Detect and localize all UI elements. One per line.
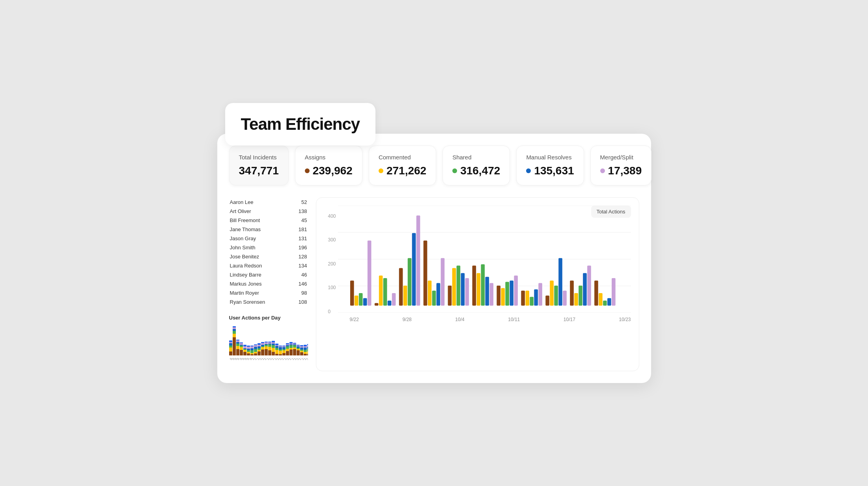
user-row-1: Art Oliver138 (230, 207, 307, 215)
content-area: Aaron Lee52Art Oliver138Bill Freemont45J… (229, 197, 639, 371)
mini-bar-segment (282, 350, 286, 353)
user-row-0: Aaron Lee52 (230, 198, 307, 206)
user-row-5: John Smith196 (230, 243, 307, 252)
y-label-3: 100 (328, 285, 336, 290)
chart-bar (472, 265, 476, 305)
mini-bar-segment (233, 337, 236, 355)
main-card: Total Incidents347,771Assigns239,962Comm… (217, 134, 651, 383)
mini-bar-segment (289, 350, 293, 355)
chart-bar (594, 280, 598, 305)
chart-bar (570, 280, 574, 305)
chart-bar (358, 293, 362, 306)
chart-bar (412, 233, 416, 306)
user-row-8: Lindsey Barre46 (230, 271, 307, 279)
mini-bar-group-17 (289, 342, 293, 355)
mini-bar-segment (254, 349, 257, 352)
mini-bar-segment (229, 348, 232, 351)
stat-label-1: Assigns (305, 154, 353, 161)
mini-bar-segment (258, 351, 261, 355)
mini-bar-segment (268, 347, 271, 350)
chart-bar (407, 258, 411, 306)
chart-bar (383, 278, 387, 306)
chart-bar (525, 291, 529, 306)
chart-bar (545, 295, 549, 305)
y-label-1: 300 (328, 237, 336, 243)
mini-bar-segment (272, 348, 275, 352)
y-label-0: 400 (328, 213, 336, 219)
user-name: Ryan Sorensen (230, 298, 291, 306)
chart-bar (510, 280, 513, 305)
user-name: Markus Jones (230, 280, 291, 288)
chart-bar (367, 241, 371, 306)
mini-bar-segment (272, 345, 275, 348)
mini-bar-group-20 (300, 345, 303, 355)
mini-bar-group-3 (240, 342, 243, 355)
user-count: 196 (292, 243, 307, 252)
chart-bar (379, 276, 383, 306)
chart-bar (587, 265, 591, 305)
chart-bar (436, 283, 440, 306)
chart-bar (554, 286, 558, 306)
mini-bar-group-2 (236, 340, 239, 355)
user-name: Jose Benitez (230, 252, 291, 261)
mini-bar-segment (233, 331, 236, 334)
mini-chart: 9/22/239/23/239/24/239/25/239/26/239/27/… (229, 324, 308, 371)
chart-bar (423, 241, 427, 306)
stat-value-0: 347,771 (239, 164, 279, 177)
stat-label-0: Total Incidents (239, 154, 279, 161)
stat-value-1: 239,962 (305, 164, 353, 177)
mini-bar-segment (240, 347, 243, 350)
mini-bar-segment (286, 351, 289, 355)
x-axis: 9/229/2810/410/1110/1710/23 (338, 314, 631, 322)
user-count: 134 (292, 262, 307, 270)
stat-label-5: Merged/Split (600, 154, 642, 161)
chart-bar (489, 283, 493, 306)
user-row-3: Jane Thomas181 (230, 225, 307, 234)
chart-bar (363, 298, 367, 306)
mini-bar-segment (307, 349, 308, 351)
chart-bar (399, 268, 403, 306)
mini-bar-segment (279, 351, 282, 354)
chart-bar (427, 280, 431, 305)
chart-bar (583, 273, 587, 305)
user-count: 131 (292, 234, 307, 243)
stat-card-1: Assigns239,962 (295, 146, 362, 185)
mini-bar-segment (300, 352, 303, 355)
user-count: 45 (292, 216, 307, 224)
chart-bar (432, 291, 436, 306)
x-label-2: 10/4 (455, 317, 464, 322)
user-row-2: Bill Freemont45 (230, 216, 307, 224)
chart-bar (579, 286, 582, 306)
mini-bar-segment (275, 354, 278, 355)
stat-label-3: Shared (452, 154, 500, 161)
mini-bar-segment (247, 353, 250, 355)
user-count: 52 (292, 198, 307, 206)
user-count: 98 (292, 289, 307, 297)
user-name: Jason Gray (230, 234, 291, 243)
user-row-6: Jose Benitez128 (230, 252, 307, 261)
mini-bar-segment (240, 350, 243, 355)
chart-bar (485, 277, 489, 306)
left-panel: Aaron Lee52Art Oliver138Bill Freemont45J… (229, 197, 308, 371)
y-label-4: 0 (328, 309, 336, 314)
stat-label-2: Commented (379, 154, 426, 161)
mini-bar-group-21 (304, 345, 307, 355)
chart-bar (465, 278, 469, 306)
stat-dot-5 (600, 168, 605, 173)
stat-value-4: 135,631 (526, 164, 574, 177)
chart-bar (514, 276, 518, 306)
mini-bar-group-7 (254, 344, 257, 355)
user-actions-label: User Actions per Day (229, 315, 308, 321)
stat-value-2: 271,262 (379, 164, 426, 177)
mini-bar-segment (297, 350, 300, 355)
x-label-1: 9/28 (402, 317, 411, 322)
mini-bar-segment (229, 351, 232, 355)
x-label-4: 10/17 (564, 317, 575, 322)
mini-bar-segment (243, 352, 246, 355)
chart-bar (461, 273, 465, 305)
user-name: Laura Redson (230, 262, 291, 270)
user-name: Bill Freemont (230, 216, 291, 224)
chart-bar (497, 286, 500, 306)
x-label-0: 9/22 (350, 317, 359, 322)
y-label-2: 200 (328, 261, 336, 267)
